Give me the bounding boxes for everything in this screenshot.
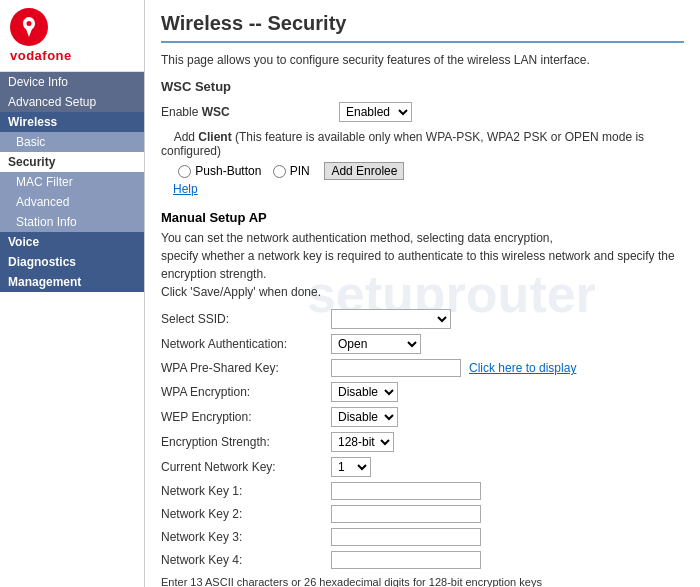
wpa-encryption-select[interactable]: Disable TKIP AES bbox=[331, 382, 398, 402]
logo-text: vodafone bbox=[10, 48, 134, 63]
logo-area: vodafone bbox=[0, 0, 144, 72]
network-key1-row: Network Key 1: bbox=[161, 482, 684, 500]
select-ssid-row: Select SSID: bbox=[161, 309, 684, 329]
current-network-key-select[interactable]: 1 2 3 4 bbox=[331, 457, 371, 477]
wsc-enable-label: Enable WSC bbox=[161, 105, 331, 119]
sidebar-item-voice[interactable]: Voice bbox=[0, 232, 144, 252]
wep-encryption-row: WEP Encryption: Disable Enable bbox=[161, 407, 684, 427]
sidebar-item-device-info[interactable]: Device Info bbox=[0, 72, 144, 92]
network-key4-row: Network Key 4: bbox=[161, 551, 684, 569]
network-auth-row: Network Authentication: Open Shared WPA-… bbox=[161, 334, 684, 354]
manual-title: Manual Setup AP bbox=[161, 210, 684, 225]
push-button-radio[interactable] bbox=[178, 165, 191, 178]
wsc-radio-row: Push-Button PIN Add Enrolee bbox=[161, 162, 684, 180]
wpa-encryption-label: WPA Encryption: bbox=[161, 385, 331, 399]
manual-desc: You can set the network authentication m… bbox=[161, 229, 684, 301]
network-auth-select[interactable]: Open Shared WPA-PSK WPA2 PSK bbox=[331, 334, 421, 354]
network-key2-row: Network Key 2: bbox=[161, 505, 684, 523]
page-description: This page allows you to configure securi… bbox=[161, 53, 684, 67]
network-key2-input[interactable] bbox=[331, 505, 481, 523]
wsc-enable-row: Enable WSC Enabled Disabled bbox=[161, 102, 684, 122]
wep-encryption-label: WEP Encryption: bbox=[161, 410, 331, 424]
pin-radio[interactable] bbox=[273, 165, 286, 178]
sidebar-item-security[interactable]: Security bbox=[0, 152, 144, 172]
sidebar-item-advanced[interactable]: Advanced bbox=[0, 192, 144, 212]
help-link[interactable]: Help bbox=[173, 182, 198, 196]
push-button-label: Push-Button bbox=[195, 164, 261, 178]
encryption-strength-select[interactable]: 128-bit 64-bit bbox=[331, 432, 394, 452]
sidebar-item-management[interactable]: Management bbox=[0, 272, 144, 292]
sidebar-item-advanced-setup[interactable]: Advanced Setup bbox=[0, 92, 144, 112]
sidebar-item-basic[interactable]: Basic bbox=[0, 132, 144, 152]
wep-encryption-select[interactable]: Disable Enable bbox=[331, 407, 398, 427]
main-content: setuprouter Wireless -- Security This pa… bbox=[145, 0, 700, 587]
select-ssid-label: Select SSID: bbox=[161, 312, 331, 326]
network-key3-input[interactable] bbox=[331, 528, 481, 546]
wsc-title: WSC Setup bbox=[161, 79, 684, 94]
add-client-row: Add Client (This feature is available on… bbox=[161, 130, 684, 158]
network-key4-input[interactable] bbox=[331, 551, 481, 569]
wpa-psk-label: WPA Pre-Shared Key: bbox=[161, 361, 331, 375]
network-key1-input[interactable] bbox=[331, 482, 481, 500]
encryption-strength-row: Encryption Strength: 128-bit 64-bit bbox=[161, 432, 684, 452]
network-key2-label: Network Key 2: bbox=[161, 507, 331, 521]
sidebar-item-mac-filter[interactable]: MAC Filter bbox=[0, 172, 144, 192]
add-enrolee-button[interactable]: Add Enrolee bbox=[324, 162, 404, 180]
wsc-enable-select[interactable]: Enabled Disabled bbox=[339, 102, 412, 122]
wpa-psk-input[interactable] bbox=[331, 359, 461, 377]
add-client-bold: Client bbox=[198, 130, 231, 144]
network-key3-label: Network Key 3: bbox=[161, 530, 331, 544]
network-key3-row: Network Key 3: bbox=[161, 528, 684, 546]
network-key1-label: Network Key 1: bbox=[161, 484, 331, 498]
wsc-section: WSC Setup Enable WSC Enabled Disabled Ad… bbox=[161, 79, 684, 196]
hint-text: Enter 13 ASCII characters or 26 hexadeci… bbox=[161, 574, 684, 587]
sidebar-item-diagnostics[interactable]: Diagnostics bbox=[0, 252, 144, 272]
sidebar-item-station-info[interactable]: Station Info bbox=[0, 212, 144, 232]
encryption-strength-label: Encryption Strength: bbox=[161, 435, 331, 449]
current-network-key-label: Current Network Key: bbox=[161, 460, 331, 474]
click-here-link[interactable]: Click here to display bbox=[469, 361, 576, 375]
page-title: Wireless -- Security bbox=[161, 12, 684, 43]
sidebar-item-wireless[interactable]: Wireless bbox=[0, 112, 144, 132]
select-ssid-select[interactable] bbox=[331, 309, 451, 329]
current-network-key-row: Current Network Key: 1 2 3 4 bbox=[161, 457, 684, 477]
vodafone-logo bbox=[10, 8, 48, 46]
wpa-psk-row: WPA Pre-Shared Key: Click here to displa… bbox=[161, 359, 684, 377]
network-key4-label: Network Key 4: bbox=[161, 553, 331, 567]
add-client-note: (This feature is available only when WPA… bbox=[161, 130, 644, 158]
wpa-encryption-row: WPA Encryption: Disable TKIP AES bbox=[161, 382, 684, 402]
sidebar: vodafone Device Info Advanced Setup Wire… bbox=[0, 0, 145, 587]
manual-section: Manual Setup AP You can set the network … bbox=[161, 210, 684, 587]
network-auth-label: Network Authentication: bbox=[161, 337, 331, 351]
pin-label: PIN bbox=[290, 164, 310, 178]
